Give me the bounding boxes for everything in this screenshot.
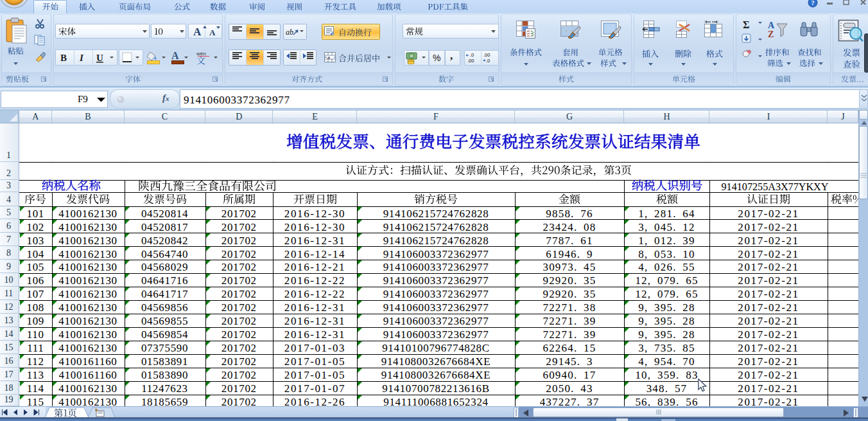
svg-text:.0: .0 — [486, 58, 490, 64]
svg-text:ab: ab — [286, 28, 293, 37]
svg-text:%: % — [433, 53, 440, 63]
svg-text:.00: .00 — [483, 52, 490, 58]
svg-text:.0: .0 — [470, 52, 474, 58]
svg-text:I: I — [79, 53, 84, 63]
svg-text:Z: Z — [768, 30, 774, 39]
svg-text:B: B — [60, 53, 67, 63]
svg-text:A: A — [193, 26, 202, 37]
svg-text:a: a — [327, 54, 330, 60]
svg-text:,: , — [450, 50, 453, 62]
svg-text:wén: wén — [196, 51, 206, 57]
svg-text:?: ? — [812, 0, 815, 6]
svg-text:A: A — [209, 28, 216, 37]
svg-text:A: A — [171, 50, 179, 61]
svg-text:.00: .00 — [467, 58, 474, 64]
svg-text:Σ: Σ — [743, 19, 749, 30]
svg-text:U: U — [96, 53, 103, 63]
svg-text:A: A — [768, 21, 775, 30]
